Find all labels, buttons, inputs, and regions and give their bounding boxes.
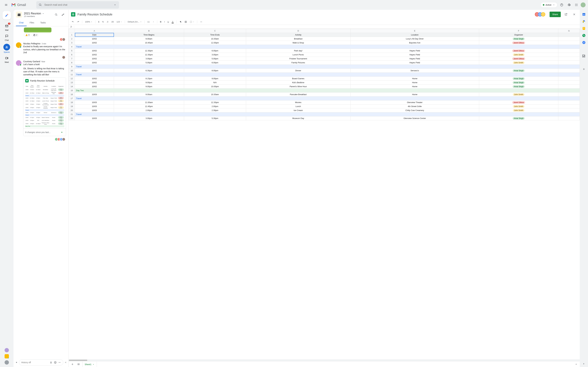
sheet-tab[interactable]: Sheet1 [82,361,97,367]
collapse-sidepanel-button[interactable] [582,362,585,365]
account-avatar[interactable] [581,2,586,7]
row-header[interactable]: 19 [69,104,75,108]
cell[interactable]: Frisbee Tournament [246,57,351,61]
sheet-title[interactable]: Family Reunion Schedule [78,13,112,16]
cell[interactable]: 10.30am [184,37,246,41]
space-avatar[interactable]: 👨‍👩‍👧 [16,12,22,18]
compose-input[interactable] [21,361,48,364]
cell[interactable]: 6.00pm [184,61,246,65]
cell[interactable]: Lunch [246,104,351,108]
cell[interactable]: 8.00pm [184,69,246,73]
row-header[interactable]: 3 [69,41,75,45]
text-format-icon[interactable] [50,361,52,364]
col-header[interactable]: E [351,29,479,33]
cell[interactable]: 2.00pm [114,108,184,112]
cell[interactable]: 12.45pm [114,104,184,108]
reaction-thumbs[interactable]: 👍 3 [24,33,31,37]
cell[interactable]: John Smith [479,108,558,112]
cell[interactable]: 10.00pm [184,84,246,89]
cell[interactable]: 9.00pm [184,77,246,81]
header-cell[interactable]: Date [75,33,114,37]
cell[interactable]: 3.00pm [114,116,184,120]
message-avatar[interactable] [16,60,21,66]
more-toolbar-button[interactable] [199,20,203,24]
help-button[interactable] [559,2,565,8]
borders-button[interactable] [184,20,188,24]
cell[interactable]: Amar Singh [479,84,558,89]
chat-messages[interactable]: 👍 3 ⚽ 2 Nicolas Pellegrino3 min Excited … [13,26,69,358]
cell[interactable]: 12.00pm [184,41,246,45]
cell[interactable]: 10/02 [75,69,114,73]
row-header[interactable]: 10 [69,69,75,73]
cell[interactable]: 10/02 [75,61,114,65]
compose-input-wrapper[interactable] [19,359,63,366]
add-sheet-button[interactable] [70,362,75,366]
add-addon-button[interactable] [582,67,585,71]
cell[interactable]: John Smith [479,104,558,108]
cell[interactable]: Breakfast [246,37,351,41]
header-cell[interactable]: Time Ends [184,33,246,37]
tab-tasks[interactable]: Tasks [37,20,49,26]
cell[interactable]: 12.30pm [184,100,246,104]
cell[interactable]: 12.30pm [114,49,184,53]
font-size-select[interactable]: 11 [147,20,155,24]
cell[interactable]: 6.30pm [114,69,184,73]
col-header[interactable]: G [558,29,580,33]
row-header[interactable]: 1 [69,33,75,37]
cell[interactable]: 9.00pm [114,84,184,89]
cell[interactable]: Home [351,84,479,89]
cell[interactable]: Amar Singh [479,116,558,120]
cell[interactable]: 10/02 [75,37,114,41]
cell[interactable]: 2.00pm [184,104,246,108]
compose-button[interactable] [2,11,11,20]
cell[interactable]: Travel [75,45,558,49]
cell[interactable]: 6.00pm [184,49,246,53]
cell[interactable]: N/A [184,81,246,84]
tab-chat[interactable]: Chat [16,20,27,26]
message-avatar[interactable] [16,42,21,48]
contacts-app-button[interactable] [582,34,586,37]
share-button[interactable]: Share [550,12,561,17]
addons-button[interactable] [582,54,586,58]
row-header[interactable]: 14 [69,84,75,89]
open-new-button[interactable] [563,11,569,17]
horizontal-scrollbar[interactable] [69,359,580,361]
all-sheets-button[interactable] [76,362,81,366]
cell[interactable]: Serrano's [351,69,479,73]
row-header[interactable]: 18 [69,100,75,104]
cell[interactable]: Bayview Ave [351,41,479,45]
row-header[interactable]: 13 [69,81,75,84]
cell[interactable]: 4th Street Grille [351,104,479,108]
merge-button[interactable] [189,20,195,24]
cell[interactable]: Walk & Shop [246,41,351,45]
sheets-logo-icon[interactable] [71,12,75,17]
search-input[interactable] [44,3,111,6]
cell[interactable]: Lucy's All-Day Diner [351,37,479,41]
drive-app-button[interactable] [582,20,586,23]
cell[interactable]: Hayes Field [351,53,479,57]
row-header[interactable]: 11 [69,73,75,77]
settings-button[interactable] [566,2,572,8]
reaction-soccer[interactable]: ⚽ 2 [32,33,39,37]
cell[interactable]: Dinner [246,69,351,73]
cell[interactable]: 12.30pm [114,53,184,57]
row-header[interactable]: 6 [69,53,75,57]
cell[interactable]: 10/02 [75,57,114,61]
header-cell[interactable]: Organizer [479,33,558,37]
cell[interactable]: Movies [246,100,351,104]
cell[interactable]: Amar Singh [479,37,558,41]
formula-bar[interactable]: fx [69,25,580,29]
cell[interactable]: 8.15pm [114,77,184,81]
keep-app-button[interactable] [582,27,586,30]
status-chip[interactable]: Active [541,2,557,8]
cell[interactable]: Home [351,92,479,97]
cell[interactable]: Home [351,77,479,81]
row-header[interactable]: 9 [69,65,75,69]
undo-button[interactable] [71,20,75,24]
close-button[interactable] [571,11,577,17]
row-header[interactable]: 20 [69,116,75,120]
cell[interactable]: 10/02 [75,49,114,53]
row-header[interactable]: 21 [69,112,75,116]
cell[interactable]: 5.00pm [114,61,184,65]
col-header[interactable]: F [479,29,558,33]
